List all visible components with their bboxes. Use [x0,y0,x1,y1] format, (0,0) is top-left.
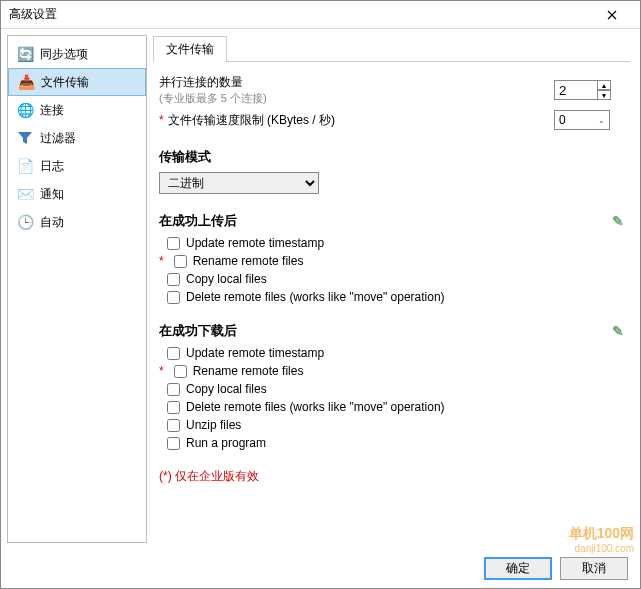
sidebar-item-connection[interactable]: 🌐 连接 [8,96,146,124]
parallel-label: 并行连接的数量 [159,74,554,91]
download-runprogram-checkbox[interactable] [167,437,180,450]
parallel-hint: (专业版最多 5 个连接) [159,91,554,106]
parallel-spinner-buttons: ▲ ▼ [597,80,611,100]
sidebar-item-sync[interactable]: 🔄 同步选项 [8,40,146,68]
upload-rename-checkbox[interactable] [174,255,187,268]
close-button[interactable] [592,1,632,29]
download-option-label: Update remote timestamp [186,346,324,360]
enterprise-note: (*) 仅在企业版有效 [159,468,624,485]
sidebar-item-notify[interactable]: ✉️ 通知 [8,180,146,208]
sidebar-item-label: 文件传输 [41,74,89,91]
footer: 单机100网 danji100.com 确定 取消 [1,549,640,588]
upload-option-label: Update remote timestamp [186,236,324,250]
upload-section-title: 在成功上传后 [159,212,237,230]
download-option-label: Run a program [186,436,266,450]
required-marker: * [159,254,164,268]
download-option-row: Update remote timestamp [167,346,624,360]
download-rename-checkbox[interactable] [174,365,187,378]
download-unzip-checkbox[interactable] [167,419,180,432]
sidebar-item-log[interactable]: 📄 日志 [8,152,146,180]
sidebar-item-auto[interactable]: 🕒 自动 [8,208,146,236]
upload-copy-local-checkbox[interactable] [167,273,180,286]
download-delete-remote-checkbox[interactable] [167,401,180,414]
download-option-label: Unzip files [186,418,241,432]
section-download: 在成功下载后 ✎ Update remote timestamp * Renam… [159,322,624,450]
download-option-row: Unzip files [167,418,624,432]
download-option-label: Rename remote files [193,364,304,378]
download-copy-local-checkbox[interactable] [167,383,180,396]
upload-option-row: * Rename remote files [159,254,624,268]
transfer-mode-title: 传输模式 [159,148,624,166]
cancel-button[interactable]: 取消 [560,557,628,580]
row-parallel: 并行连接的数量 (专业版最多 5 个连接) ▲ ▼ [159,74,624,106]
required-marker: * [159,364,164,378]
ok-button[interactable]: 确定 [484,557,552,580]
sync-icon: 🔄 [16,45,34,63]
speed-label: 文件传输速度限制 (KBytes / 秒) [168,112,554,129]
upload-option-row: Update remote timestamp [167,236,624,250]
tab-filetransfer[interactable]: 文件传输 [153,36,227,62]
tab-strip: 文件传输 [153,35,630,62]
titlebar: 高级设置 [1,1,640,29]
download-option-row: Copy local files [167,382,624,396]
window-title: 高级设置 [9,6,592,23]
parallel-spin-up[interactable]: ▲ [597,80,611,90]
speed-dropdown[interactable]: 0 ⌄ [554,110,610,130]
download-section-title: 在成功下载后 [159,322,237,340]
content-area: 并行连接的数量 (专业版最多 5 个连接) ▲ ▼ * 文件传输速度限制 (KB… [153,62,630,543]
upload-option-row: Copy local files [167,272,624,286]
sidebar-item-filetransfer[interactable]: 📥 文件传输 [8,68,146,96]
download-option-row: Delete remote files (works like "move" o… [167,400,624,414]
download-option-label: Copy local files [186,382,267,396]
sidebar-item-label: 同步选项 [40,46,88,63]
sidebar-item-filters[interactable]: 过滤器 [8,124,146,152]
upload-option-label: Rename remote files [193,254,304,268]
parallel-input[interactable] [554,80,598,100]
upload-option-label: Delete remote files (works like "move" o… [186,290,445,304]
sidebar-item-label: 通知 [40,186,64,203]
upload-option-label: Copy local files [186,272,267,286]
pencil-icon[interactable]: ✎ [612,213,624,229]
sidebar: 🔄 同步选项 📥 文件传输 🌐 连接 过滤器 📄 日志 ✉️ 通知 [7,35,147,543]
upload-delete-remote-checkbox[interactable] [167,291,180,304]
log-icon: 📄 [16,157,34,175]
row-speed: * 文件传输速度限制 (KBytes / 秒) 0 ⌄ [159,110,624,130]
main-panel: 文件传输 并行连接的数量 (专业版最多 5 个连接) ▲ ▼ [147,29,640,549]
envelope-icon: ✉️ [16,185,34,203]
download-option-row: * Rename remote files [159,364,624,378]
required-marker: * [159,113,164,127]
download-update-timestamp-checkbox[interactable] [167,347,180,360]
globe-icon: 🌐 [16,101,34,119]
pencil-icon[interactable]: ✎ [612,323,624,339]
download-option-row: Run a program [167,436,624,450]
sidebar-item-label: 过滤器 [40,130,76,147]
sidebar-item-label: 自动 [40,214,64,231]
upload-update-timestamp-checkbox[interactable] [167,237,180,250]
box-icon: 📥 [17,73,35,91]
funnel-icon [16,129,34,147]
window-body: 🔄 同步选项 📥 文件传输 🌐 连接 过滤器 📄 日志 ✉️ 通知 [1,29,640,549]
clock-icon: 🕒 [16,213,34,231]
speed-value: 0 [559,113,566,127]
transfer-mode-select[interactable]: 二进制 [159,172,319,194]
sidebar-item-label: 连接 [40,102,64,119]
section-transfer-mode: 传输模式 二进制 [159,148,624,194]
chevron-down-icon: ⌄ [598,116,605,125]
download-option-label: Delete remote files (works like "move" o… [186,400,445,414]
upload-option-row: Delete remote files (works like "move" o… [167,290,624,304]
parallel-spin-down[interactable]: ▼ [597,90,611,100]
settings-window: 高级设置 🔄 同步选项 📥 文件传输 🌐 连接 过滤器 📄 [0,0,641,589]
sidebar-item-label: 日志 [40,158,64,175]
section-upload: 在成功上传后 ✎ Update remote timestamp * Renam… [159,212,624,304]
